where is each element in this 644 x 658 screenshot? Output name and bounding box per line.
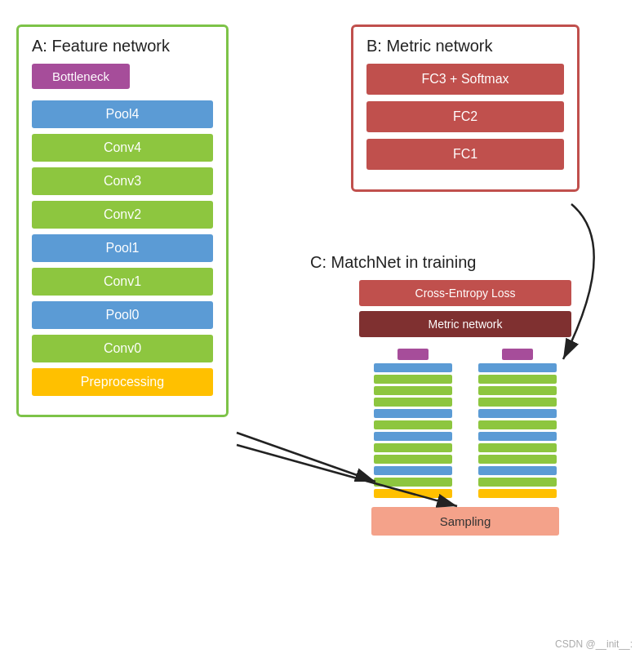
mini-green-left-7 [374,478,452,487]
bottleneck-layer: Bottleneck [32,64,130,89]
mini-green-left-6 [374,455,452,464]
mini-blue-right-1 [478,363,557,372]
matchnet-inner: Cross-Entropy Loss Metric network [310,280,620,536]
matchnet-title: C: MatchNet in training [310,253,620,272]
conv1-layer: Conv1 [32,268,213,296]
matchnet-metric-bar: Metric network [359,311,571,337]
mini-blue-left-4 [374,466,452,475]
metric-network-panel: B: Metric network FC3 + Softmax FC2 FC1 [351,24,580,192]
bottleneck-row: Bottleneck [32,64,213,95]
mini-green-left-5 [374,443,452,452]
mini-yellow-left [374,489,452,498]
fc1-layer: FC1 [366,139,564,170]
mini-blue-right-4 [478,466,557,475]
fc2-layer: FC2 [366,101,564,132]
mini-green-right-3 [478,398,557,407]
fc3-layer: FC3 + Softmax [366,64,564,95]
mini-green-right-5 [478,443,557,452]
pool4-layer: Pool4 [32,100,213,128]
twin-col-right [477,349,558,500]
mini-green-left-2 [374,386,452,395]
mini-blue-left-2 [374,409,452,418]
conv4-layer: Conv4 [32,134,213,162]
mini-blue-right-2 [478,409,557,418]
mini-yellow-right [478,489,557,498]
cross-entropy-bar: Cross-Entropy Loss [359,280,571,306]
sampling-bar: Sampling [371,507,559,536]
feature-network-title: A: Feature network [32,37,213,56]
mini-blue-left-3 [374,432,452,441]
matchnet-top-bars: Cross-Entropy Loss Metric network [310,280,620,345]
preprocessing-layer: Preprocessing [32,368,213,396]
matchnet-panel: C: MatchNet in training Cross-Entropy Lo… [310,253,620,536]
mini-blue-left-1 [374,363,452,372]
mini-green-right-1 [478,375,557,384]
watermark: CSDN @__init__: [555,638,633,650]
metric-network-title: B: Metric network [366,37,564,56]
pool1-layer: Pool1 [32,234,213,262]
mini-blue-right-3 [478,432,557,441]
mini-green-right-2 [478,386,557,395]
conv3-layer: Conv3 [32,167,213,195]
twin-col-left [372,349,454,500]
conv0-layer: Conv0 [32,335,213,362]
twin-columns [310,349,620,500]
feature-network-panel: A: Feature network Bottleneck Pool4 Conv… [16,24,229,417]
mini-green-right-7 [478,478,557,487]
mini-purple-right [502,349,533,360]
mini-green-right-4 [478,420,557,429]
pool0-layer: Pool0 [32,301,213,329]
mini-green-left-3 [374,398,452,407]
mini-green-left-1 [374,375,452,384]
mini-purple-left [398,349,429,360]
conv2-layer: Conv2 [32,201,213,229]
mini-green-right-6 [478,455,557,464]
mini-green-left-4 [374,420,452,429]
